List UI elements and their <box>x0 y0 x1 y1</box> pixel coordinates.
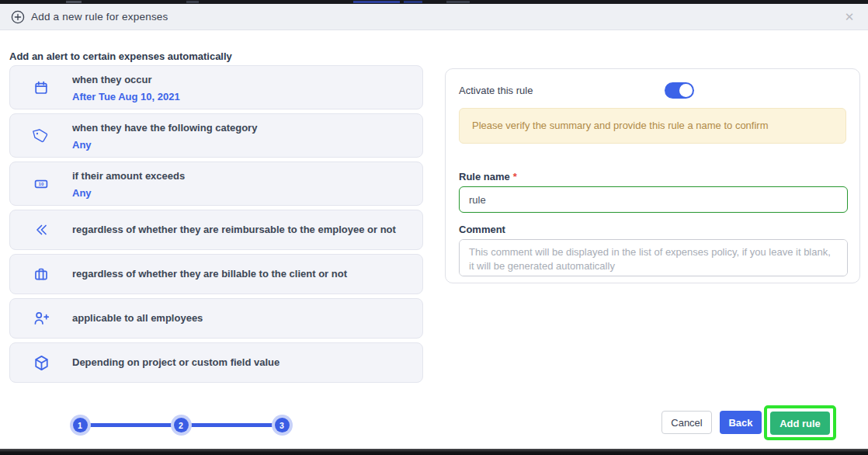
stepper-step-number: 3 <box>275 418 290 432</box>
rule-summary-list: when they occurAfter Tue Aug 10, 2021whe… <box>9 65 423 387</box>
rule-card[interactable]: applicable to all employees <box>9 298 423 339</box>
stepper-step-number: 2 <box>174 418 189 432</box>
rule-card[interactable]: regardless of whether they are billable … <box>9 254 423 294</box>
stepper-step-1[interactable]: 1 <box>70 415 91 436</box>
rule-card[interactable]: when they occurAfter Tue Aug 10, 2021 <box>9 65 423 109</box>
plus-circle-icon <box>11 10 25 24</box>
stepper-step-number: 1 <box>73 418 88 432</box>
warning-banner: Please verify the summary and provide th… <box>459 108 846 144</box>
stepper-step-3[interactable]: 3 <box>272 415 293 436</box>
rule-card-value: Any <box>72 139 418 151</box>
banknote-icon: 10 <box>10 176 72 192</box>
rule-card-title: regardless of whether they are reimbursa… <box>72 222 418 238</box>
rule-name-label: Rule name* <box>459 171 846 182</box>
rule-card-title: when they have the following category <box>72 120 418 136</box>
activate-rule-label: Activate this rule <box>459 85 533 96</box>
double-chevron-left-icon <box>10 222 72 238</box>
close-icon[interactable]: ✕ <box>842 9 857 25</box>
left-section-heading: Add an alert to certain expenses automat… <box>9 50 232 62</box>
toggle-knob <box>679 84 693 97</box>
tag-icon <box>10 128 72 144</box>
briefcase-icon <box>10 266 72 282</box>
rule-card-title: regardless of whether they are billable … <box>72 266 418 282</box>
cancel-button[interactable]: Cancel <box>661 411 712 434</box>
comment-label: Comment <box>459 224 846 234</box>
stepper-connector <box>181 423 282 427</box>
required-asterisk: * <box>513 171 517 182</box>
modal-title: Add a new rule for expenses <box>31 11 168 23</box>
rule-card-value: After Tue Aug 10, 2021 <box>72 91 418 102</box>
back-button[interactable]: Back <box>720 411 762 434</box>
rule-card-title: if their amount exceeds <box>72 168 418 184</box>
rule-card-title: when they occur <box>72 72 418 88</box>
comment-textarea[interactable] <box>459 239 848 276</box>
person-plus-icon <box>10 310 72 327</box>
rule-confirm-panel: Activate this rule Please verify the sum… <box>445 68 860 283</box>
svg-text:10: 10 <box>39 181 44 186</box>
rule-card-title: applicable to all employees <box>72 311 418 326</box>
modal-header: Add a new rule for expenses ✕ <box>0 4 868 30</box>
add-rule-button[interactable]: Add rule <box>770 412 830 435</box>
underlying-page-top-edge <box>0 0 868 4</box>
stepper-step-2[interactable]: 2 <box>171 415 192 436</box>
rule-card[interactable]: when they have the following categoryAny <box>9 113 423 158</box>
rule-card-value: Any <box>72 187 418 199</box>
rule-card[interactable]: 10if their amount exceedsAny <box>9 162 423 206</box>
underlying-page-bottom-edge <box>0 449 868 455</box>
stepper-connector <box>80 423 181 427</box>
rule-card-title: Depending on project or custom field val… <box>72 355 418 370</box>
rule-name-input[interactable] <box>459 186 848 213</box>
rule-card[interactable]: Depending on project or custom field val… <box>9 342 423 383</box>
activate-rule-toggle[interactable] <box>665 82 694 99</box>
rule-card[interactable]: regardless of whether they are reimbursa… <box>9 210 423 250</box>
calendar-icon <box>10 80 72 96</box>
wizard-stepper: 123 <box>0 404 326 447</box>
cube-icon <box>10 355 72 371</box>
